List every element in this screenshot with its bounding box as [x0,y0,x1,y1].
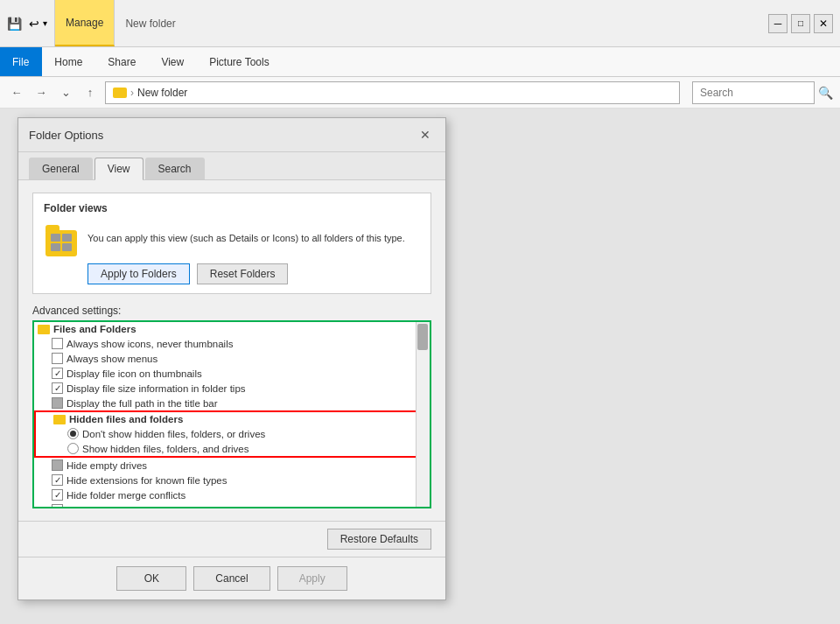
maximize-btn[interactable]: □ [791,14,810,33]
display-file-size-checkbox[interactable] [52,382,63,394]
advanced-settings-list[interactable]: Files and Folders Always show icons, nev… [32,320,431,508]
always-show-icons-item[interactable]: Always show icons, never thumbnails [34,336,430,351]
address-bar[interactable]: › New folder [105,81,680,104]
grid-cell-4 [62,243,72,251]
hide-merge-item[interactable]: Hide folder merge conflicts [34,487,430,502]
manage-tab-title: Manage [55,0,115,46]
tab-search[interactable]: Search [145,158,205,179]
folder-views-icon [44,221,79,256]
dialog-footer: Restore Defaults [18,521,445,557]
display-full-path-checkbox[interactable] [52,397,63,409]
dropdown-arrow[interactable]: ▾ [43,18,47,28]
show-hidden-item[interactable]: Show hidden files, folders, and drives [36,441,428,456]
restore-defaults-button[interactable]: Restore Defaults [327,529,431,550]
main-area: Folder Options ✕ General View Search Fol… [0,109,840,624]
scrollbar-thumb[interactable] [417,324,428,350]
tab-view-dialog[interactable]: View [94,158,144,180]
back-button[interactable]: ← [7,83,26,102]
always-show-icons-checkbox[interactable] [52,338,63,349]
show-hidden-radio[interactable] [67,443,79,454]
apply-button[interactable]: Apply [277,566,347,591]
reset-folders-button[interactable]: Reset Folders [197,263,289,284]
folder-views-title: Folder views [44,202,420,214]
tree-scrollbar[interactable] [416,322,430,507]
search-input[interactable] [692,81,815,104]
grid-cell-2 [62,234,72,242]
advanced-settings-label: Advanced settings: [32,305,431,317]
up-button[interactable]: ↑ [80,83,100,102]
files-folders-category: Files and Folders [34,322,430,336]
display-file-icon-checkbox[interactable] [52,368,63,379]
category-folder-icon [38,325,50,334]
dont-show-hidden-item[interactable]: Don't show hidden files, folders, or dri… [36,426,428,441]
folder-grid [51,234,72,251]
hide-extensions-item[interactable]: Hide extensions for known file types [34,473,430,487]
always-show-menus-checkbox[interactable] [52,353,63,364]
ok-button[interactable]: OK [116,566,186,591]
dialog-action-bar: OK Cancel Apply [18,557,445,599]
folder-views-content: You can apply this view (such as Details… [44,221,420,256]
tab-share[interactable]: Share [95,47,149,76]
tab-general[interactable]: General [29,158,93,179]
folder-views-section: Folder views You can apply this vie [32,193,431,294]
title-bar: 💾 ↩ ▾ Manage New folder ─ □ ✕ [0,0,840,47]
undo-icon[interactable]: ↩ [29,17,39,31]
always-show-menus-item[interactable]: Always show menus [34,351,430,366]
hidden-files-group: Hidden files and folders Don't show hidd… [34,410,430,458]
close-window-btn[interactable]: ✕ [814,14,833,33]
hide-empty-drives-checkbox[interactable] [52,459,63,471]
ribbon: File Home Share View Picture Tools [0,47,840,77]
navigation-bar: ← → ⌄ ↑ › New folder 🔍 [0,77,840,109]
folder-image [46,230,77,256]
folder-options-dialog: Folder Options ✕ General View Search Fol… [18,117,446,600]
path-text: New folder [137,87,187,99]
search-icon[interactable]: 🔍 [818,86,833,100]
save-icon[interactable]: 💾 [7,17,22,31]
path-separator: › [130,87,134,99]
tab-picture-tools[interactable]: Picture Tools [197,47,282,76]
quick-access-toolbar: 💾 ↩ ▾ [0,0,55,46]
folder-views-description: You can apply this view (such as Details… [88,232,420,245]
dialog-body: Folder views You can apply this vie [18,180,445,521]
hidden-category-icon [53,415,66,424]
minimize-btn[interactable]: ─ [768,14,788,33]
dont-show-hidden-radio[interactable] [67,428,79,439]
cancel-button[interactable]: Cancel [193,566,270,591]
grid-cell-1 [51,234,60,242]
dialog-close-button[interactable]: ✕ [416,125,435,144]
new-folder-title: New folder [115,0,186,46]
apply-to-folders-button[interactable]: Apply to Folders [88,263,190,284]
dialog-tabs: General View Search [18,152,445,180]
tab-view[interactable]: View [149,47,197,76]
hide-protected-item[interactable]: Hide protected operating system files (R… [34,502,430,508]
dialog-title: Folder Options [29,129,103,142]
tab-file[interactable]: File [0,47,42,76]
display-file-size-item[interactable]: Display file size information in folder … [34,381,430,396]
path-folder-icon [113,88,127,98]
hide-empty-drives-item[interactable]: Hide empty drives [34,458,430,473]
hide-extensions-checkbox[interactable] [52,474,63,486]
grid-cell-3 [51,243,60,251]
folder-views-buttons: Apply to Folders Reset Folders [88,263,420,284]
display-file-icon-item[interactable]: Display file icon on thumbnails [34,366,430,381]
display-full-path-item[interactable]: Display the full path in the title bar [34,396,430,410]
hide-merge-checkbox[interactable] [52,489,63,501]
hidden-folders-category: Hidden files and folders [36,412,428,426]
dialog-title-bar: Folder Options ✕ [18,118,445,152]
forward-button[interactable]: → [32,83,51,102]
hide-protected-checkbox[interactable] [52,504,63,508]
up-down-button[interactable]: ⌄ [56,83,75,102]
tab-home[interactable]: Home [42,47,95,76]
